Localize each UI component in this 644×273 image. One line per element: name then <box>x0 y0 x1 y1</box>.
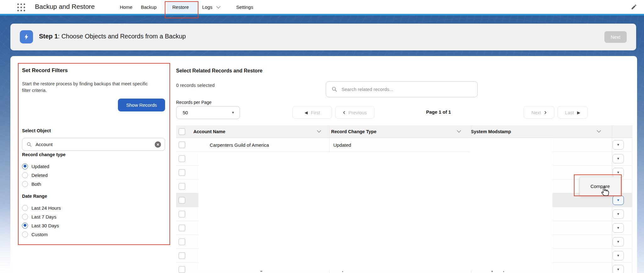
row-checkbox[interactable] <box>179 141 185 148</box>
nav-tab-settings[interactable]: Settings <box>236 0 253 14</box>
radio-last-7-days[interactable]: Last 7 Days <box>22 212 61 221</box>
nav-tab-logs-label: Logs <box>202 4 213 10</box>
date-range-label: Date Range <box>22 194 47 199</box>
dropdown-triangle-icon: ▼ <box>617 143 620 146</box>
app-launcher-icon[interactable] <box>17 3 28 12</box>
dropdown-triangle-icon: ▼ <box>617 171 620 174</box>
step-label: Step 1 <box>39 33 58 40</box>
radio-label: Custom <box>31 232 48 237</box>
column-separator <box>612 125 612 273</box>
app-title: Backup and Restore <box>35 3 95 10</box>
clipped-text-fragment <box>503 271 504 272</box>
radio-label: Deleted <box>31 173 48 178</box>
dropdown-triangle-icon: ▼ <box>617 240 620 243</box>
header-accent-line <box>0 14 644 15</box>
clear-icon[interactable]: × <box>155 141 161 148</box>
row-actions-button[interactable]: ▼ <box>613 265 624 273</box>
page-size-value: 50 <box>183 110 188 115</box>
step-title: Step 1: Choose Objects and Records from … <box>39 33 186 40</box>
chevron-down-icon[interactable] <box>597 128 601 133</box>
show-records-button[interactable]: Show Records <box>118 99 165 111</box>
next-button[interactable]: Next <box>604 31 627 43</box>
pagination-last-button[interactable]: Last ▶ <box>558 106 588 119</box>
nav-tab-backup[interactable]: Backup <box>141 0 157 14</box>
records-per-page-label: Records per Page <box>176 100 212 105</box>
pagination-previous-button[interactable]: ‹ Previous <box>335 106 375 119</box>
menu-item-compare[interactable]: Compare <box>591 184 610 189</box>
dropdown-triangle-icon: ▼ <box>617 157 620 160</box>
edit-pencil-icon[interactable] <box>631 4 637 11</box>
radio-last-30-days[interactable]: Last 30 Days <box>22 221 61 230</box>
page: Backup and Restore Home Backup Restore L… <box>0 0 644 273</box>
first-label: First <box>311 110 320 115</box>
row-checkbox[interactable] <box>179 238 185 245</box>
row-checkbox[interactable] <box>179 211 185 217</box>
cell-account-name: Carpenters Guild of America <box>210 142 269 147</box>
previous-label: Previous <box>348 110 367 115</box>
pagination-first-button[interactable]: ◀ First <box>292 106 332 119</box>
row-actions-button[interactable]: ▼ <box>613 140 624 150</box>
row-checkbox[interactable] <box>179 252 185 259</box>
pagination-next-button[interactable]: Next › <box>524 106 554 119</box>
chevron-down-icon <box>216 4 220 9</box>
radio-label: Last 30 Days <box>31 223 59 228</box>
column-header-record-change-type[interactable]: Record Change Type <box>331 125 376 138</box>
select-all-checkbox[interactable] <box>179 128 185 135</box>
record-change-type-options: UpdatedDeletedBoth <box>22 162 49 188</box>
radio-control[interactable] <box>22 163 28 169</box>
date-range-options: Last 24 HoursLast 7 DaysLast 30 DaysCust… <box>22 203 61 239</box>
radio-updated[interactable]: Updated <box>22 162 49 171</box>
row-actions-button[interactable]: ▼ <box>613 168 624 177</box>
select-object-label: Select Object <box>22 128 51 133</box>
radio-control[interactable] <box>22 172 28 178</box>
row-actions-button[interactable]: ▼ <box>613 223 624 233</box>
nav-tab-restore[interactable]: Restore <box>172 0 189 14</box>
radio-deleted[interactable]: Deleted <box>22 171 49 179</box>
row-actions-button[interactable]: ▼ <box>613 237 624 247</box>
filters-description: Start the restore process by finding bac… <box>22 81 154 94</box>
column-header-system-modstamp[interactable]: System Modstamp <box>471 125 511 138</box>
radio-control[interactable] <box>22 223 28 229</box>
row-checkbox[interactable] <box>179 266 185 273</box>
column-header-account-name[interactable]: Account Name <box>193 125 225 138</box>
radio-label: Last 24 Hours <box>31 205 61 211</box>
nav-tab-home[interactable]: Home <box>120 0 132 14</box>
select-object-input-box: × <box>22 138 165 151</box>
radio-control[interactable] <box>22 231 28 237</box>
radio-label: Last 7 Days <box>31 214 56 219</box>
last-page-icon: ▶ <box>577 111 580 115</box>
next-page-icon: › <box>544 110 547 115</box>
radio-both[interactable]: Both <box>22 179 49 188</box>
row-actions-button[interactable]: ▼ <box>613 251 624 260</box>
row-checkbox[interactable] <box>179 197 185 203</box>
select-object-input[interactable] <box>35 141 155 147</box>
redacted-overlay <box>470 138 552 270</box>
nav-tab-logs[interactable]: Logs <box>202 0 220 14</box>
records-per-page-select[interactable]: 50 ▼ <box>176 106 240 119</box>
radio-custom[interactable]: Custom <box>22 230 61 239</box>
row-actions-button[interactable]: ▼ <box>613 154 624 163</box>
related-search-input[interactable] <box>341 86 473 92</box>
related-records-heading: Select Related Records and Restore <box>176 68 263 74</box>
row-actions-button[interactable]: ▼ <box>613 209 624 219</box>
row-context-menu: Compare <box>580 177 621 196</box>
row-actions-button[interactable]: ▼ <box>613 196 624 205</box>
first-page-icon: ◀ <box>304 111 308 115</box>
chevron-down-icon[interactable] <box>317 128 321 133</box>
last-label: Last <box>565 110 574 115</box>
row-checkbox[interactable] <box>179 183 185 190</box>
radio-control[interactable] <box>22 214 28 220</box>
dropdown-triangle-icon: ▼ <box>617 268 620 271</box>
row-checkbox[interactable] <box>179 155 185 162</box>
row-checkbox[interactable] <box>179 225 185 231</box>
radio-control[interactable] <box>22 181 28 187</box>
radio-last-24-hours[interactable]: Last 24 Hours <box>22 203 61 212</box>
record-change-type-label: Record change type <box>22 152 66 157</box>
chevron-down-icon[interactable] <box>457 128 461 133</box>
previous-page-icon: ‹ <box>343 110 345 115</box>
row-checkbox[interactable] <box>179 169 185 176</box>
radio-control[interactable] <box>22 205 28 211</box>
dropdown-triangle-icon: ▼ <box>231 111 235 114</box>
redacted-overlay <box>198 152 470 270</box>
radio-label: Updated <box>31 164 49 169</box>
